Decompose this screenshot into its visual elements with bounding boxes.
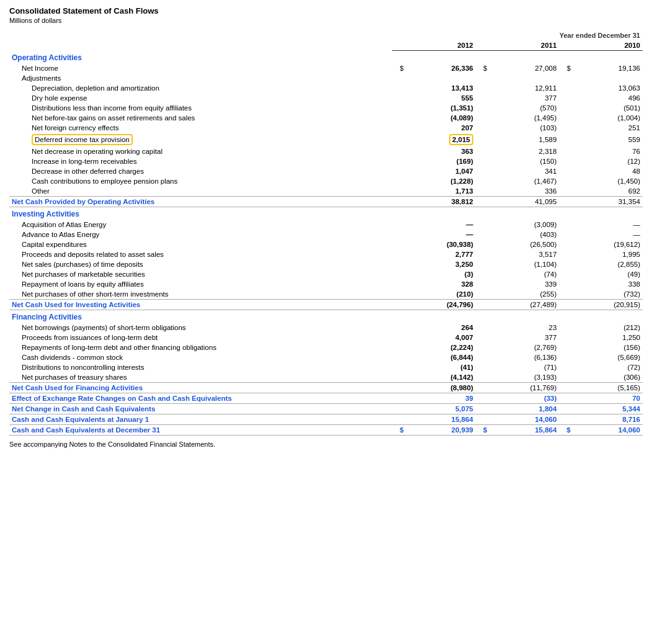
row-label: Net Income <box>9 63 392 73</box>
row-label: Cash dividends - common stock <box>9 352 392 362</box>
table-row: Cash contributions to employee pension p… <box>9 176 643 186</box>
row-label: Distributions to noncontrolling interest… <box>9 362 392 372</box>
row-label: Dry hole expense <box>9 93 392 103</box>
table-row: Net decrease in operating working capita… <box>9 146 643 156</box>
row-label: Capital expenditures <box>9 239 392 249</box>
doc-title: Consolidated Statement of Cash Flows <box>9 6 643 16</box>
row-label: Net before-tax gains on asset retirement… <box>9 113 392 123</box>
table-row: Net purchases of treasury shares(4,142)(… <box>9 372 643 383</box>
blue-total-row: Effect of Exchange Rate Changes on Cash … <box>9 393 643 404</box>
table-row: Increase in long-term receivables(169)(1… <box>9 156 643 166</box>
table-row: Acquisition of Atlas Energy—(3,009)— <box>9 220 643 230</box>
row-label: Net purchases of other short-term invest… <box>9 289 392 300</box>
table-row: Net foreign currency effects207(103)251 <box>9 123 643 133</box>
section-header-row: Financing Activities <box>9 310 643 323</box>
row-label: Net foreign currency effects <box>9 123 392 133</box>
table-row: Adjustments <box>9 73 643 83</box>
table-row: Net borrowings (payments) of short-term … <box>9 323 643 333</box>
section-header-label: Investing Activities <box>9 207 643 220</box>
row-label: Distributions less than income from equi… <box>9 103 392 113</box>
table-row: Depreciation, depletion and amortization… <box>9 83 643 93</box>
col-header-2011: 2011 <box>476 40 560 51</box>
table-row: Net before-tax gains on asset retirement… <box>9 113 643 123</box>
table-row: Other1,713336692 <box>9 186 643 197</box>
table-row: Capital expenditures(30,938)(26,500)(19,… <box>9 239 643 249</box>
footnote: See accompanying Notes to the Consolidat… <box>9 441 643 448</box>
row-label: Net purchases of treasury shares <box>9 372 392 383</box>
section-header-row: Operating Activities <box>9 51 643 64</box>
table-row: Deferred income tax provision2,0151,5895… <box>9 133 643 146</box>
row-label: Deferred income tax provision <box>9 133 392 146</box>
table-row: Distributions to noncontrolling interest… <box>9 362 643 372</box>
col-header-2010: 2010 <box>559 40 643 51</box>
row-label: Repayment of loans by equity affiliates <box>9 279 392 289</box>
row-label: Net borrowings (payments) of short-term … <box>9 323 392 333</box>
row-label: Repayments of long-term debt and other f… <box>9 342 392 352</box>
doc-subtitle: Millions of dollars <box>9 17 643 24</box>
table-row: Net sales (purchases) of time deposits3,… <box>9 259 643 269</box>
table-row: Repayment of loans by equity affiliates3… <box>9 279 643 289</box>
row-label: Net purchases of marketable securities <box>9 269 392 279</box>
row-label: Proceeds from issuances of long-term deb… <box>9 333 392 342</box>
table-row: Proceeds and deposits related to asset s… <box>9 249 643 259</box>
row-label: Acquisition of Atlas Energy <box>9 220 392 230</box>
table-row: Net purchases of other short-term invest… <box>9 289 643 300</box>
subtotal-row: Net Cash Provided by Operating Activitie… <box>9 197 643 207</box>
blue-total-row: Cash and Cash Equivalents at December 31… <box>9 425 643 436</box>
table-row: Repayments of long-term debt and other f… <box>9 342 643 352</box>
table-row: Proceeds from issuances of long-term deb… <box>9 333 643 342</box>
row-label: Decrease in other deferred charges <box>9 166 392 176</box>
table-row: Decrease in other deferred charges1,0473… <box>9 166 643 176</box>
blue-total-row: Net Change in Cash and Cash Equivalents5… <box>9 404 643 414</box>
table-row: Advance to Atlas Energy—(403)— <box>9 230 643 239</box>
row-label: Proceeds and deposits related to asset s… <box>9 249 392 259</box>
section-header-label: Financing Activities <box>9 310 643 323</box>
row-label: Increase in long-term receivables <box>9 156 392 166</box>
table-row: Dry hole expense555377496 <box>9 93 643 103</box>
row-label: Depreciation, depletion and amortization <box>9 83 392 93</box>
row-label: Advance to Atlas Energy <box>9 230 392 239</box>
row-label: Adjustments <box>9 73 392 83</box>
table-row: Distributions less than income from equi… <box>9 103 643 113</box>
table-row: Cash dividends - common stock(6,844)(6,1… <box>9 352 643 362</box>
subtotal-row: Net Cash Used for Investing Activities(2… <box>9 300 643 310</box>
table-row: Net purchases of marketable securities(3… <box>9 269 643 279</box>
row-label: Other <box>9 186 392 197</box>
col-header-2012: 2012 <box>392 40 476 51</box>
section-header-label: Operating Activities <box>9 51 643 64</box>
row-label: Net decrease in operating working capita… <box>9 146 392 156</box>
table-row: Net Income$26,336$27,008$19,136 <box>9 63 643 73</box>
year-ended-label: Year ended December 31 <box>392 30 643 40</box>
subtotal-row: Net Cash Used for Financing Activities(8… <box>9 383 643 393</box>
section-header-row: Investing Activities <box>9 207 643 220</box>
row-label: Net sales (purchases) of time deposits <box>9 259 392 269</box>
blue-total-row: Cash and Cash Equivalents at January 115… <box>9 414 643 425</box>
row-label: Cash contributions to employee pension p… <box>9 176 392 186</box>
